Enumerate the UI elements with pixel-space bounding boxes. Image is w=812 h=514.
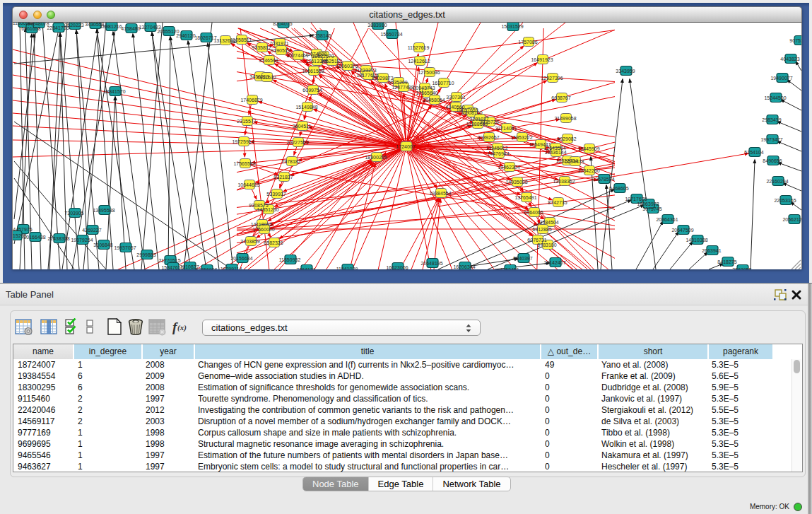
svg-text:4929082: 4929082 (557, 136, 576, 141)
svg-text:7303905: 7303905 (64, 211, 83, 216)
svg-text:5154104: 5154104 (744, 150, 763, 155)
svg-text:8321837: 8321837 (273, 175, 293, 180)
svg-text:12477488: 12477488 (392, 85, 413, 90)
svg-text:4269227: 4269227 (82, 228, 101, 233)
svg-text:8490656: 8490656 (763, 158, 782, 163)
svg-text:19462304: 19462304 (498, 165, 519, 170)
svg-text:14118095: 14118095 (251, 222, 273, 227)
svg-text:2563055: 2563055 (732, 267, 751, 270)
svg-text:15445909: 15445909 (577, 146, 599, 151)
svg-text:12750036: 12750036 (418, 70, 440, 75)
svg-text:22438378: 22438378 (47, 236, 69, 241)
svg-text:13945012: 13945012 (486, 146, 507, 151)
svg-text:14476944: 14476944 (487, 151, 509, 156)
svg-text:14351230: 14351230 (257, 207, 278, 212)
svg-text:5468605: 5468605 (609, 186, 628, 191)
svg-text:21499058: 21499058 (554, 116, 576, 121)
svg-text:6912885: 6912885 (532, 227, 551, 232)
svg-text:1757086: 1757086 (518, 40, 537, 45)
svg-text:3883910: 3883910 (367, 23, 387, 28)
svg-text:16491923: 16491923 (531, 57, 553, 62)
svg-text:11541029: 11541029 (336, 267, 358, 270)
svg-text:2258145: 2258145 (312, 33, 331, 38)
svg-text:20364361: 20364361 (656, 217, 678, 222)
svg-text:15550734: 15550734 (380, 32, 402, 37)
svg-text:15031529: 15031529 (501, 24, 523, 29)
svg-text:17565588: 17565588 (233, 161, 255, 166)
svg-text:3075745: 3075745 (642, 206, 661, 211)
svg-text:3343959: 3343959 (616, 69, 635, 74)
svg-text:19436144: 19436144 (544, 150, 566, 155)
svg-text:2315577: 2315577 (237, 119, 256, 124)
svg-text:6099754: 6099754 (302, 88, 322, 93)
svg-text:19678574: 19678574 (592, 177, 614, 182)
svg-text:17406879: 17406879 (240, 98, 262, 103)
svg-text:8742735: 8742735 (548, 200, 567, 205)
svg-text:3703859: 3703859 (240, 239, 259, 244)
svg-text:17656906: 17656906 (195, 267, 217, 270)
svg-text:5840397: 5840397 (513, 256, 532, 261)
svg-text:3746598: 3746598 (259, 58, 278, 63)
svg-text:2983419: 2983419 (762, 117, 781, 122)
svg-text:2620223: 2620223 (64, 23, 83, 28)
svg-text:2999883: 2999883 (136, 252, 155, 257)
svg-text:16908100: 16908100 (460, 110, 482, 115)
svg-text:11527619: 11527619 (408, 45, 430, 50)
svg-text:8418275: 8418275 (717, 259, 736, 264)
svg-text:22053165: 22053165 (774, 198, 796, 203)
svg-text:4043823: 4043823 (780, 57, 799, 62)
svg-text:17665640: 17665640 (416, 90, 437, 95)
svg-text:6061658: 6061658 (21, 26, 40, 31)
svg-text:4457975: 4457975 (13, 227, 32, 232)
svg-text:19384554: 19384554 (429, 191, 451, 196)
svg-text:3784504: 3784504 (539, 220, 558, 225)
svg-text:21433273: 21433273 (354, 68, 376, 73)
svg-text:15063972: 15063972 (637, 201, 659, 206)
svg-text:20647509: 20647509 (671, 228, 693, 233)
svg-text:21770515: 21770515 (158, 258, 180, 263)
svg-text:19937057: 19937057 (114, 245, 136, 250)
svg-text:20458054: 20458054 (423, 98, 445, 103)
svg-text:6076731: 6076731 (527, 238, 546, 243)
svg-text:12927396: 12927396 (541, 76, 563, 81)
svg-text:18841570: 18841570 (103, 89, 125, 94)
svg-text:2663941: 2663941 (702, 248, 721, 253)
svg-text:12525131: 12525131 (320, 59, 342, 64)
svg-text:14935038: 14935038 (505, 180, 527, 185)
svg-text:7064171: 7064171 (296, 267, 315, 270)
svg-text:2946120: 2946120 (176, 33, 195, 38)
svg-text:11058511: 11058511 (230, 37, 252, 42)
svg-text:5594478: 5594478 (565, 159, 584, 164)
svg-text:6064065: 6064065 (524, 210, 543, 215)
svg-text:9075310: 9075310 (789, 38, 801, 43)
svg-text:6535209: 6535209 (388, 80, 407, 85)
svg-text:15244500: 15244500 (764, 95, 786, 100)
svg-text:19142407: 19142407 (543, 260, 565, 265)
svg-text:1724007: 1724007 (396, 144, 415, 149)
svg-text:20562129: 20562129 (782, 217, 801, 222)
svg-text:9335812: 9335812 (252, 45, 271, 50)
svg-text:6582326: 6582326 (264, 240, 283, 245)
svg-text:12412612: 12412612 (408, 59, 430, 64)
svg-text:10342260: 10342260 (577, 168, 599, 173)
svg-text:19799114: 19799114 (220, 267, 242, 270)
svg-text:19973477: 19973477 (760, 137, 782, 142)
svg-text:15347616: 15347616 (161, 265, 183, 270)
svg-text:16623006: 16623006 (386, 265, 408, 270)
svg-text:14310388: 14310388 (686, 238, 707, 243)
svg-text:15953222: 15953222 (510, 135, 532, 140)
svg-text:4158480: 4158480 (121, 26, 140, 31)
svg-text:(x): (x) (177, 323, 187, 332)
svg-text:18300295: 18300295 (365, 155, 387, 160)
svg-text:17660000: 17660000 (252, 227, 274, 232)
svg-text:16307710: 16307710 (432, 81, 454, 86)
svg-text:20392657: 20392657 (477, 135, 499, 140)
svg-text:2978182: 2978182 (281, 159, 300, 164)
svg-text:19490077: 19490077 (770, 76, 792, 81)
svg-text:3106848: 3106848 (93, 243, 112, 247)
svg-text:20156684: 20156684 (230, 256, 252, 261)
svg-text:4961630: 4961630 (257, 75, 276, 80)
svg-text:22714041: 22714041 (495, 126, 517, 131)
svg-text:22160294: 22160294 (766, 179, 788, 184)
svg-text:3307301: 3307301 (446, 95, 465, 100)
